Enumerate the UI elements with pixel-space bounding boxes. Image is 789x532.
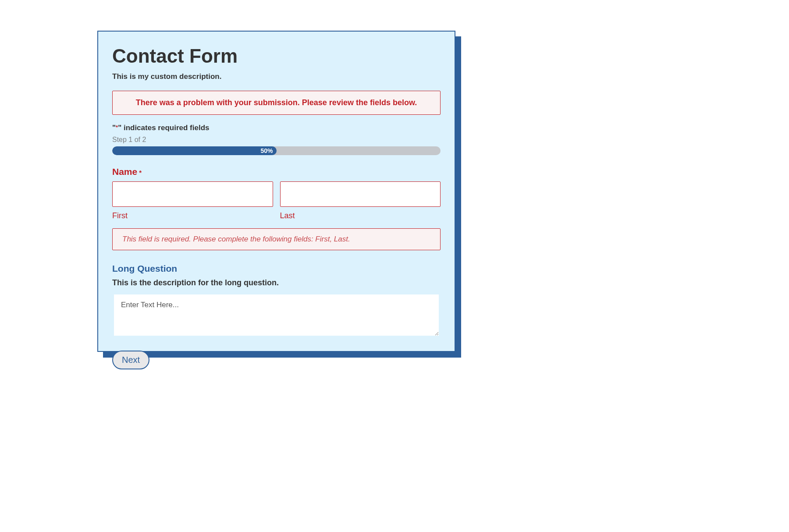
progress-bar-fill: 50% [112,146,277,155]
long-question-textarea[interactable] [114,294,439,336]
step-indicator: Step 1 of 2 [112,136,441,144]
required-fields-note: "*" indicates required fields [112,124,441,132]
submission-error-banner: There was a problem with your submission… [112,91,441,115]
name-label-text: Name [112,167,137,177]
progress-percent-label: 50% [260,147,273,154]
next-button[interactable]: Next [112,351,149,369]
contact-form-panel: Contact Form This is my custom descripti… [97,31,455,352]
long-question-description: This is the description for the long que… [112,278,441,287]
form-description: This is my custom description. [112,72,441,81]
required-asterisk-icon: * [139,169,142,176]
required-note-suffix: " indicates required fields [118,124,209,132]
first-name-sublabel: First [112,211,273,220]
required-note-prefix: " [112,124,116,132]
progress-bar: 50% [112,146,441,155]
long-question-block: Long Question This is the description fo… [112,263,441,337]
last-name-column: Last [280,181,441,220]
first-name-column: First [112,181,273,220]
name-input-row: First Last [112,181,441,220]
first-name-input[interactable] [112,181,273,207]
name-field-label: Name* [112,167,441,177]
long-question-label: Long Question [112,263,441,274]
form-title: Contact Form [112,45,441,68]
last-name-input[interactable] [280,181,441,207]
last-name-sublabel: Last [280,211,441,220]
name-field-error: This field is required. Please complete … [112,228,441,250]
